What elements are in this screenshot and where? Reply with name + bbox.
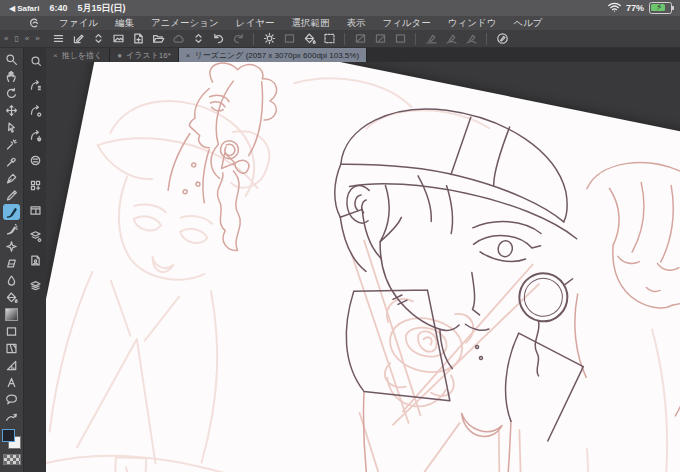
collapse-left-icon[interactable]: « (4, 34, 8, 43)
cloud-sync-button (168, 31, 188, 47)
color-swatches (2, 429, 21, 451)
history-settings-button[interactable] (27, 128, 44, 143)
text-tool[interactable] (3, 374, 20, 390)
menu-file[interactable]: ファイル (59, 17, 98, 30)
sort-updown-button[interactable] (88, 31, 108, 47)
crop-mask-button (350, 31, 370, 47)
command-bar: « ▯ « » (0, 30, 680, 48)
menu-layer[interactable]: レイヤー (236, 17, 275, 30)
main-menu-button[interactable] (48, 31, 68, 47)
status-date: 5月15日(日) (77, 2, 125, 15)
snap-special-ruler-button (441, 31, 461, 47)
deselect-button (279, 31, 299, 47)
wifi-icon (608, 2, 621, 14)
menu-window[interactable]: ウィンドウ (448, 17, 497, 30)
gradient-tool[interactable] (3, 306, 20, 322)
fill-tool[interactable] (3, 289, 20, 305)
menu-animation[interactable]: アニメーション (151, 17, 219, 30)
zoom-reset-button[interactable] (27, 53, 44, 68)
app-screen: ◀ Safari 6:40 5月15日(日) 77% ⚡ ファイル 編集 アニメ… (0, 0, 680, 472)
balloon-tool[interactable] (3, 391, 20, 407)
menu-bar: ファイル 編集 アニメーション レイヤー 選択範囲 表示 フィルター ウィンドウ… (0, 16, 680, 30)
history-circle-button[interactable] (27, 103, 44, 118)
navigator-palette-button[interactable] (27, 203, 44, 218)
marquee-button[interactable] (319, 31, 339, 47)
works-gallery-button[interactable] (108, 31, 128, 47)
history-lines-button[interactable] (27, 78, 44, 93)
tab-close-icon[interactable]: × (186, 51, 191, 60)
edit-workspace-button[interactable] (68, 31, 88, 47)
figure-tool[interactable] (3, 323, 20, 339)
export-page-button[interactable] (27, 253, 44, 268)
status-bar: ◀ Safari 6:40 5月15日(日) 77% ⚡ (0, 0, 680, 16)
auto-select-tool[interactable] (3, 136, 20, 152)
blend-tool[interactable] (3, 272, 20, 288)
new-canvas-button[interactable] (128, 31, 148, 47)
menu-view[interactable]: 表示 (346, 17, 365, 30)
menu-help[interactable]: ヘルプ (513, 17, 542, 30)
move-layer-tool[interactable] (3, 102, 20, 118)
frame-border-tool[interactable] (3, 340, 20, 356)
brush-tool-selected[interactable] (3, 204, 20, 220)
tool-palette (0, 48, 23, 472)
eyedropper-tool[interactable] (3, 153, 20, 169)
undo-button[interactable] (208, 31, 228, 47)
eraser-tool[interactable] (3, 255, 20, 271)
status-time: 6:40 (49, 3, 67, 13)
material-palette-button[interactable] (27, 178, 44, 193)
back-chevron-icon: ◀ (9, 4, 15, 13)
open-file-button[interactable] (148, 31, 168, 47)
layers-palette-button[interactable] (27, 278, 44, 293)
tab-modified-icon: ● (117, 51, 122, 60)
pen-tool[interactable] (3, 170, 20, 186)
decoration-tool[interactable] (3, 238, 20, 254)
status-right: 77% ⚡ (608, 2, 680, 14)
back-app-label: Safari (17, 4, 39, 13)
tab-label: イラスト16* (126, 50, 171, 61)
fill-button[interactable] (299, 31, 319, 47)
main-color-swatch[interactable] (2, 429, 15, 442)
canvas-tab-bar: × 推しを描く ● イラスト16* × リーズニング (2057 x 3070p… (46, 48, 680, 62)
pencil-tool[interactable] (3, 187, 20, 203)
palette-dock (23, 48, 46, 472)
tab-label: 推しを描く (62, 50, 103, 61)
tab-reasoning-active[interactable]: × リーズニング (2057 x 3070px 600dpi 103.5%) (179, 48, 367, 62)
palette-handle-icon[interactable]: ▯ (14, 34, 18, 43)
snap-grid-button (461, 31, 481, 47)
clip-studio-logo[interactable] (28, 17, 40, 29)
ruler-tool[interactable] (3, 357, 20, 373)
rotate-tool[interactable] (3, 85, 20, 101)
sort-updown-button-2[interactable] (188, 31, 208, 47)
tab-label: リーズニング (2057 x 3070px 600dpi 103.5%) (195, 50, 360, 61)
tab-close-icon[interactable]: × (53, 51, 58, 60)
tab-illust16[interactable]: ● イラスト16* (110, 48, 179, 62)
hand-tool[interactable] (3, 68, 20, 84)
transparent-color-swatch[interactable] (3, 454, 21, 465)
menu-selection[interactable]: 選択範囲 (291, 17, 329, 30)
zoom-tool[interactable] (3, 51, 20, 67)
snap-ruler-button (421, 31, 441, 47)
plain-mask-button (390, 31, 410, 47)
line-correct-tool[interactable] (3, 408, 20, 424)
select-all-button[interactable] (259, 31, 279, 47)
layer-property-button[interactable] (27, 228, 44, 243)
expand-right-icon[interactable]: » (35, 34, 39, 43)
battery-percent: 77% (626, 3, 644, 13)
menu-edit[interactable]: 編集 (115, 17, 134, 30)
menu-filter[interactable]: フィルター (382, 17, 430, 30)
sketch-drawing (46, 62, 680, 472)
airbrush-tool[interactable] (3, 221, 20, 237)
redo-button (228, 31, 248, 47)
collapse-left2-icon[interactable]: « (25, 34, 29, 43)
webtoon-button[interactable] (27, 153, 44, 168)
charging-bolt-icon: ⚡ (656, 2, 662, 12)
quick-material-button[interactable] (492, 31, 512, 47)
toolbar-divider (415, 33, 416, 45)
back-to-safari-button[interactable]: ◀ Safari (9, 4, 39, 13)
gradient-icon (5, 308, 18, 321)
tab-oshi[interactable]: × 推しを描く (46, 48, 110, 62)
corner-mask-button (370, 31, 390, 47)
operation-tool[interactable] (3, 119, 20, 135)
canvas-document[interactable] (46, 62, 680, 472)
canvas-viewport[interactable] (46, 62, 680, 472)
